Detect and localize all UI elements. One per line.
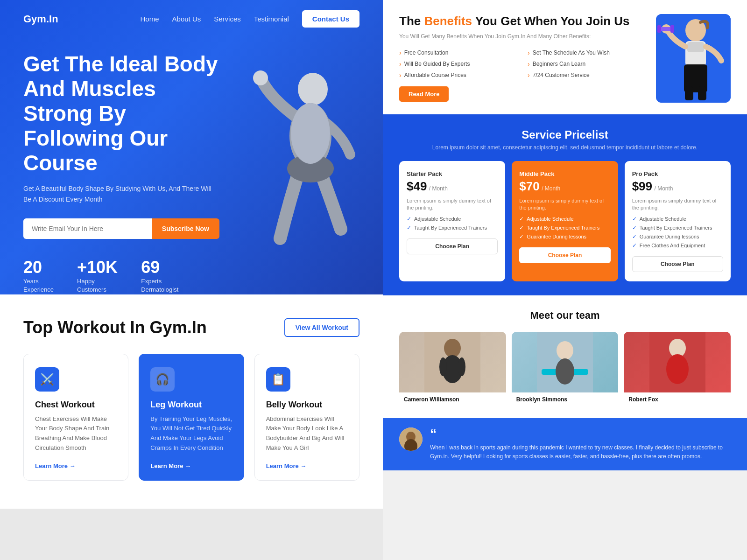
check-icon-5: › xyxy=(399,71,402,79)
chest-workout-desc: Chest Exercises Will Make Your Body Shap… xyxy=(35,414,117,453)
price-card-starter: Starter Pack $49 / Month Lorem ipsum is … xyxy=(399,161,505,281)
benefits-content: The Benefits You Get When You Join Us Yo… xyxy=(399,14,647,102)
belly-workout-icon-box: 📋 xyxy=(266,367,290,392)
starter-feature-1: ✓Adjustable Schedule xyxy=(407,216,498,222)
pro-pack-name: Pro Pack xyxy=(632,170,723,177)
pro-price-period: / Month xyxy=(655,185,673,192)
svg-rect-15 xyxy=(698,86,706,100)
cameron-name: Cameron Williamson xyxy=(399,392,506,406)
svg-point-27 xyxy=(666,354,689,384)
benefit-label-1: Free Consultation xyxy=(404,49,449,56)
stat-customers-number: +10K xyxy=(77,258,118,277)
benefit-5: › Affordable Course Prices xyxy=(399,71,518,79)
middle-features: ✓Adjustable Schedule ✓Taught By Experien… xyxy=(519,216,610,240)
workout-card-leg: 🎧 Leg Workout By Training Your Leg Muscl… xyxy=(139,354,244,481)
team-section: Meet our team Cameron Williamson xyxy=(383,295,747,418)
starter-pack-name: Starter Pack xyxy=(407,170,498,177)
stat-years: 20 YearsExperience xyxy=(23,258,54,294)
stat-years-label: YearsExperience xyxy=(23,277,54,294)
starter-desc: Lorem ipsum is simply dummy text of the … xyxy=(407,197,498,212)
svg-point-0 xyxy=(298,73,328,105)
middle-check-2: ✓ xyxy=(519,224,524,231)
starter-choose-plan-button[interactable]: Choose Plan xyxy=(407,238,498,254)
leg-workout-desc: By Training Your Leg Muscles, You Will N… xyxy=(150,414,232,453)
check-icon-4: › xyxy=(528,60,530,68)
benefit-3: › Will Be Guided By Experts xyxy=(399,60,518,68)
starter-price-amount: $49 xyxy=(407,179,427,193)
chest-learn-more[interactable]: Learn More → xyxy=(35,462,76,469)
read-more-button[interactable]: Read More xyxy=(399,86,449,102)
pro-features: ✓Adjustable Schedule ✓Taught By Experien… xyxy=(632,216,723,249)
nav-about[interactable]: About Us xyxy=(172,15,201,23)
pro-feature-3: ✓Guarantee During lessons xyxy=(632,233,723,240)
check-icon-2: › xyxy=(528,49,530,56)
leg-learn-more[interactable]: Learn More → xyxy=(150,462,191,469)
pricing-cards: Starter Pack $49 / Month Lorem ipsum is … xyxy=(399,161,731,281)
svg-rect-11 xyxy=(657,25,661,33)
hero-athlete-image xyxy=(219,52,369,294)
starter-check-2: ✓ xyxy=(407,224,411,231)
pricing-subtitle: Lorem ipsum dolor sit amet, consectetur … xyxy=(399,144,731,151)
price-card-middle: Middle Pack $70 / Month Lorem ipsum is s… xyxy=(512,161,618,281)
check-icon-6: › xyxy=(528,71,530,79)
starter-price-period: / Month xyxy=(429,185,448,192)
stat-customers: +10K HappyCustomers xyxy=(77,258,118,294)
starter-price-row: $49 / Month xyxy=(407,179,498,194)
belly-icon: 📋 xyxy=(271,373,285,386)
pricing-title: Service Pricelist xyxy=(399,128,731,141)
pro-price-amount: $99 xyxy=(632,179,652,193)
stat-experts: 69 ExpertsDermatologist xyxy=(141,258,178,294)
benefits-highlight: Benefits xyxy=(424,14,472,28)
belly-workout-desc: Abdominal Exercises Will Make Your Body … xyxy=(266,414,348,453)
cameron-photo xyxy=(399,332,506,392)
workout-header: Top Workout In Gym.In View All Workout xyxy=(23,318,359,337)
leg-icon: 🎧 xyxy=(155,373,169,386)
subscribe-button[interactable]: Subscribe Now xyxy=(152,218,219,239)
middle-pack-name: Middle Pack xyxy=(519,170,610,177)
team-card-robert: Robert Fox xyxy=(624,332,731,406)
site-logo: Gym.In xyxy=(23,13,58,25)
nav-home[interactable]: Home xyxy=(141,15,159,23)
starter-features: ✓Adjustable Schedule ✓Taught By Experien… xyxy=(407,216,498,231)
middle-desc: Lorem ipsum is simply dummy text of the … xyxy=(519,197,610,212)
belly-workout-title: Belly Workout xyxy=(266,400,348,410)
starter-feature-2: ✓Taught By Experienced Trainers xyxy=(407,224,498,231)
belly-learn-more[interactable]: Learn More → xyxy=(266,462,307,469)
hero-stats: 20 YearsExperience +10K HappyCustomers 6… xyxy=(23,258,219,294)
starter-check-1: ✓ xyxy=(407,216,411,222)
chest-icon: ⚔️ xyxy=(40,373,54,386)
price-card-pro: Pro Pack $99 / Month Lorem ipsum is simp… xyxy=(625,161,731,281)
nav-contact-button[interactable]: Contact Us xyxy=(302,10,359,28)
middle-choose-plan-button[interactable]: Choose Plan xyxy=(519,247,610,263)
check-icon-3: › xyxy=(399,60,402,68)
benefit-1: › Free Consultation xyxy=(399,49,518,56)
svg-rect-14 xyxy=(685,86,693,100)
leg-workout-icon-box: 🎧 xyxy=(150,367,175,392)
middle-feature-2: ✓Taught By Experienced Trainers xyxy=(519,224,610,231)
svg-point-20 xyxy=(458,357,465,376)
pro-choose-plan-button[interactable]: Choose Plan xyxy=(632,256,723,272)
leg-workout-title: Leg Workout xyxy=(150,400,232,410)
benefits-grid: › Free Consultation › Set The Schedule A… xyxy=(399,49,647,79)
workout-section: Top Workout In Gym.In View All Workout ⚔… xyxy=(0,294,383,509)
testimonial-section: “ When I was back in sports again during… xyxy=(383,418,747,470)
view-all-workout-button[interactable]: View All Workout xyxy=(284,318,359,337)
svg-rect-12 xyxy=(670,25,674,33)
pricing-section: Service Pricelist Lorem ipsum dolor sit … xyxy=(383,114,747,295)
benefits-subtitle: You Will Get Many Benefits When You Join… xyxy=(399,32,647,41)
team-cards: Cameron Williamson Brooklyn Simmons xyxy=(399,332,731,406)
hero-email-form: Subscribe Now xyxy=(23,218,219,239)
middle-check-1: ✓ xyxy=(519,216,524,222)
benefit-label-6: 7/24 Customer Service xyxy=(533,72,590,78)
stat-experts-number: 69 xyxy=(141,258,178,277)
benefits-title: The Benefits You Get When You Join Us xyxy=(399,14,647,28)
team-card-cameron: Cameron Williamson xyxy=(399,332,506,406)
email-input[interactable] xyxy=(23,218,152,239)
testimonial-avatar xyxy=(399,427,423,451)
robert-name: Robert Fox xyxy=(624,392,731,406)
nav-testimonial[interactable]: Testimonial xyxy=(254,15,289,23)
hero-content: Get The Ideal Body And Muscles Strong By… xyxy=(23,38,219,294)
pro-feature-1: ✓Adjustable Schedule xyxy=(632,216,723,222)
hero-subtitle: Get A Beautiful Body Shape By Studying W… xyxy=(23,183,219,204)
nav-services[interactable]: Services xyxy=(214,15,241,23)
